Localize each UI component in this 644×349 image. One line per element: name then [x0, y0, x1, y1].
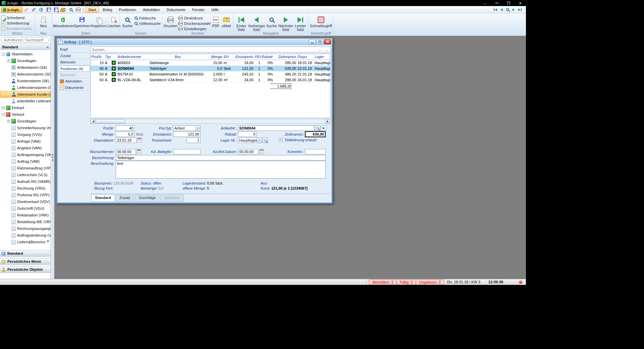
tree-item-rechnungsausgang[interactable]: Rechnungsausgangst: [0, 225, 51, 232]
pdf-button[interactable]: PDF PDF: [211, 14, 220, 32]
col-header-menge[interactable]: Menge: [207, 54, 223, 60]
tab-kopf[interactable]: Kopf: [58, 46, 90, 53]
titlebar[interactable]: b-logic - Richter Fertigung u. Montage G…: [0, 0, 526, 6]
col-header-bez[interactable]: Bez: [149, 54, 207, 60]
col-header-rabatt[interactable]: Rabatt: [261, 54, 274, 60]
save-all-icon[interactable]: [53, 6, 59, 13]
beschreibung-textarea[interactable]: test: [116, 161, 326, 179]
drucken-button[interactable]: Drucken: [164, 14, 177, 32]
table-row-selected[interactable]: 40 A SON0044 Teileträger 5,0 Stck 121,00: [91, 65, 330, 71]
table-row[interactable]: 60 A BL-V2A-08-BL Stahlblech V2A 8mm 12,…: [91, 77, 330, 83]
tree-item-reklamation[interactable]: Reklamation (VRK): [0, 212, 51, 218]
col-header-peh[interactable]: PEH: [254, 54, 261, 60]
sidebar-search[interactable]: [1, 37, 49, 43]
tab-zusatz-bottom[interactable]: Zusatz: [116, 195, 134, 202]
tree-item-adressenstamm[interactable]: Adressenstamm (SD): [0, 71, 51, 78]
window-minimize-button[interactable]: [309, 39, 316, 44]
tab-adressen[interactable]: Adressen: [58, 59, 90, 65]
tree-item-rahmenauftrag[interactable]: Rahmenauftrag (VRV: [0, 165, 51, 171]
menge-input[interactable]: [116, 132, 135, 137]
tree-expander-icon[interactable]: -: [2, 53, 5, 56]
tree-item-grundlagen-verkauf[interactable]: +Grundlagen: [0, 118, 51, 124]
tree-expander-icon[interactable]: +: [7, 120, 10, 123]
tree-item-grundlagen[interactable]: +Grundlagen: [0, 57, 51, 64]
schnellzugriff-button[interactable]: Schnellzugriff: [310, 14, 332, 32]
lager-search-button[interactable]: [263, 138, 268, 143]
mode-schreibvorzug[interactable]: ✓Schreibvorzug: [1, 20, 32, 26]
vorheriger-satz-button[interactable]: Vorheriger Satz: [249, 14, 265, 32]
positions-search-input[interactable]: [91, 48, 317, 52]
sidebar-splitter[interactable]: [51, 36, 54, 279]
tree-item-vorgang[interactable]: Vorgang (VVG): [0, 131, 51, 138]
window-restore-button[interactable]: [316, 39, 323, 44]
panel-persoenliches-menue[interactable]: Persönliches Menü: [0, 258, 51, 265]
table-row[interactable]: 50 A BSTM-01 Betonstahlmatten IV M (500/…: [91, 71, 330, 77]
chevron-down-icon[interactable]: ▼: [257, 138, 262, 143]
col-header-zeilenpreis[interactable]: Zeilenpreis: [274, 54, 297, 60]
wunschtermin-input[interactable]: [116, 149, 136, 154]
artikelnr-search-button[interactable]: [315, 126, 320, 131]
naechster-satz-button[interactable]: Nächster Satz: [278, 14, 293, 32]
chevron-down-icon[interactable]: [47, 241, 49, 244]
speichern-button[interactable]: Speichern: [74, 14, 91, 32]
preiseinheit-input[interactable]: [186, 138, 201, 143]
zeilenpreis-input[interactable]: [305, 131, 326, 137]
teillieferung-checkbox[interactable]: ✓Teillieferung erlaubt: [279, 138, 317, 142]
refresh-icon[interactable]: [38, 6, 45, 13]
col-header-posnr[interactable]: PosNr.: [91, 54, 104, 60]
horizontal-scrollbar[interactable]: [90, 119, 330, 124]
next-record-icon[interactable]: [513, 8, 515, 11]
panel-standard[interactable]: Standard: [0, 250, 51, 257]
suche-button[interactable]: Suche: [121, 14, 134, 32]
tree-item-angebot[interactable]: Angebot (VAN): [0, 145, 51, 151]
statusbar-alerts[interactable]: Aktivitäten: 2 | Fällig: 2 | Ungelesen: …: [369, 280, 444, 285]
posnr-input[interactable]: [116, 126, 135, 131]
einstellungen-button[interactable]: Einstellungen: [178, 26, 211, 31]
email-button[interactable]: eMail: [221, 14, 232, 32]
positions-search[interactable]: ←→: [90, 47, 330, 52]
kopieren-button[interactable]: Kopieren: [91, 14, 106, 32]
previous-record-icon[interactable]: [500, 8, 503, 11]
tree-item-lieferschein[interactable]: Lieferschein (VLS): [0, 171, 51, 178]
table-row[interactable]: 10 A A00003 Stahlstange 15,00 m 19,00 1: [91, 60, 330, 65]
window-close-button[interactable]: ✕: [324, 39, 331, 44]
menu-fenster[interactable]: Fenster: [189, 7, 208, 13]
menu-dokumente[interactable]: Dokumente: [164, 7, 189, 13]
tab-zuschlaege[interactable]: Zuschläge: [135, 195, 160, 202]
dispodatum-input[interactable]: [116, 138, 137, 143]
loeschen-button[interactable]: × Löschen: [107, 14, 121, 32]
first-record-icon[interactable]: [494, 8, 497, 11]
tree-item-kundenstamm[interactable]: Kundenstamm (SK): [0, 78, 51, 84]
arrow-left-icon[interactable]: ←: [318, 48, 322, 52]
artikelnr-input[interactable]: [238, 126, 314, 131]
last-record-icon[interactable]: [518, 8, 522, 11]
pen-icon[interactable]: [31, 6, 37, 13]
col-header-lager[interactable]: Lager: [314, 54, 330, 60]
package-icon[interactable]: [60, 6, 67, 13]
tab-zusatz[interactable]: Zusatz: [58, 53, 90, 59]
resize-icon[interactable]: ↔: [483, 1, 487, 5]
bezeichnung-input[interactable]: [116, 155, 326, 160]
tree-expander-icon[interactable]: +: [2, 106, 5, 109]
kdbeldatum-input[interactable]: [238, 149, 259, 154]
search-icon[interactable]: [67, 6, 74, 13]
einzelpreis-input[interactable]: [173, 132, 201, 137]
tree-item-artikelstamm[interactable]: Artikelstamm (SA): [0, 64, 51, 71]
collapse-icon[interactable]: «: [47, 45, 49, 49]
tree-item-anfrage[interactable]: Anfrage (VAA): [0, 138, 51, 145]
menu-beleg[interactable]: Beleg: [100, 7, 115, 13]
auftrag-window-titlebar[interactable]: Auftrag - [ 1070 ] ✕: [57, 39, 332, 45]
calendar-icon[interactable]: [137, 149, 141, 154]
tree-item-gutschrift[interactable]: Gutschrift (VGU): [0, 205, 51, 212]
edit-icon[interactable]: [23, 6, 30, 13]
tree-item-auftragsaenderung[interactable]: Auftragsänderung (V: [0, 232, 51, 239]
scroll-left-button[interactable]: [91, 119, 96, 123]
close-button[interactable]: ×: [519, 1, 522, 6]
tree-item-auftragseingang[interactable]: Auftragseingang (VA: [0, 151, 51, 158]
nav-suche-button[interactable]: Suche: [265, 14, 278, 32]
tab-positionen[interactable]: Positionen (4): [58, 65, 90, 72]
tab-dokumente[interactable]: Dokumente: [58, 85, 90, 91]
kdbelegnr-input[interactable]: [173, 149, 201, 154]
rabatt-input[interactable]: [238, 132, 257, 137]
arrow-right-icon[interactable]: →: [324, 48, 328, 52]
